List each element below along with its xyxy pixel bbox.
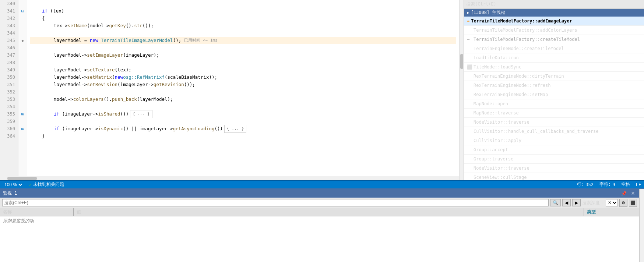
call-stack-item-0[interactable]: ⇒ TerrainTileModelFactory::addImageLayer [464,17,644,26]
item-name-7: RexTerrainEngineNode::refresh [474,82,551,89]
call-stack-item-4[interactable]: LoadTileData::run [464,53,644,63]
call-stack-list[interactable]: ⇒ TerrainTileModelFactory::addImageLayer… [464,17,644,180]
thread-label: [13008] 主线程 [471,10,506,16]
gal: getAsyncLoading [173,125,215,132]
call-stack-item-7[interactable]: RexTerrainEngineNode::refresh [464,81,644,90]
code-line-341: if (tex) [30,7,456,15]
watch-scrollbar[interactable] [640,189,644,262]
watch-pin-button[interactable]: 📌 [620,191,628,196]
row-status: 行: 352 [577,181,594,188]
ln-346: 346 [3,44,15,52]
eol-label: LF [636,182,641,187]
p3: ()); [142,22,154,29]
call-stack-item-5[interactable]: ⬜ TileNode::loadSync [464,63,644,72]
bottom-scrollbar[interactable] [0,176,459,180]
cp1: ()) [120,110,129,118]
watch-close-button[interactable]: ✕ [630,191,636,196]
lm5: layerModel-> [54,81,87,88]
collapsed-block-2[interactable]: { ... } [224,125,246,133]
space-label: 空格 [621,181,630,188]
item-name-17: SceneView::cullStage [474,174,527,180]
editor-scrollbar[interactable] [459,0,464,180]
code-line-350: layerModel->setMatrix(new osg::RefMatrix… [30,74,456,81]
watch-expand-button[interactable]: ⬛ [629,199,637,207]
call-stack-item-12[interactable]: CullVisitor::handle_cull_callbacks_and_t… [464,127,644,136]
ln-352: 352 [3,88,15,96]
depth-label: 搜索深度： [582,200,604,206]
p2: (). [126,22,134,29]
watch-search-input[interactable] [2,199,549,206]
ln-343: 343 [3,22,15,29]
depth-select[interactable]: 3 1 2 4 5 [606,199,618,206]
watch-prev-button[interactable]: ◀ [562,199,571,206]
code-line-349: layerModel->setTexture(tex); [30,66,456,74]
space-status: 空格 [621,181,630,188]
item-name-15: Group::traverse [474,155,513,163]
watch-header: 监视 1 📌 ✕ [0,189,639,198]
ln-360: 360 [3,125,15,132]
gc-360: ⊞ [21,125,24,132]
call-stack-item-2[interactable]: – TerrainTileModelFactory::createTileMod… [464,35,644,44]
ln-341: 341 [3,7,15,15]
getKey: getKey [109,22,126,29]
call-stack-item-9[interactable]: MapNode::open [464,99,644,109]
zoom-select[interactable]: 100 % 75 % 125 % [3,182,23,188]
lm4: layerModel-> [54,74,87,81]
watch-columns: 名称 值 类型 [0,208,639,216]
code-line-359 [30,118,456,125]
watch-format-button[interactable]: ⚙ [619,199,627,207]
code-line-364: } [30,132,456,140]
call-stack-item-16[interactable]: NodeVisitor::traverse [464,164,644,173]
item-name-14: Group::accept [474,146,508,153]
zoom-control[interactable]: 100 % 75 % 125 % [3,182,23,188]
editor-panel: 340 341 342 343 344 345 346 347 348 349 … [0,0,464,180]
watch-next-button[interactable]: ▶ [572,199,581,206]
code-line-344 [30,29,456,37]
code-line-360: if (imageLayer->isDynamic() || imageLaye… [30,125,456,132]
p9: ()); [184,81,195,88]
col-status: 字符: 9 [599,181,615,188]
col-value: 9 [612,182,615,187]
kw-if: if [42,7,47,15]
item-name-16: NodeVisitor::traverse [474,164,529,172]
call-stack-item-10[interactable]: MapNode::traverse [464,109,644,118]
cond1: (imageLayer-> [59,110,98,118]
kw-if2: if [54,110,59,118]
tex: tex-> [54,22,68,29]
collapsed-block-1[interactable]: { ... } [130,110,152,118]
watch-search-button[interactable]: 🔍 [550,199,561,206]
type-name: TerrainTileImageLayerModel [101,37,173,44]
call-stack-item-13[interactable]: CullVisitor::apply [464,136,644,145]
code-line-353: model->colorLayers().push_back(layerMode… [30,96,456,103]
ln-353: 353 [3,96,15,103]
item-name-2: TerrainTileModelFactory::createTileModel [474,36,580,43]
call-stack-item-14[interactable]: Group::accept [464,145,644,155]
ln-342: 342 [3,15,15,22]
item-name-1: TerrainTileModelFactory::addColorLayers [474,26,577,34]
call-stack-item-1[interactable]: TerrainTileModelFactory::addColorLayers [464,26,644,35]
watch-col-value: 值 [74,208,584,216]
item-name-13: CullVisitor::apply [474,137,521,144]
ln-344: 344 [3,29,15,37]
bottom-scrollbar-thumb[interactable] [7,177,37,180]
call-stack-item-15[interactable]: Group::traverse [464,155,644,164]
item-name-6: RexTerrainEngineNode::dirtyTerrain [474,72,564,80]
call-stack-item-3[interactable]: TerrainEngineNode::createTileModel [464,44,644,53]
ln-348: 348 [3,59,15,66]
col-label: 字符: [599,181,611,188]
sil: setImageLayer [87,52,123,59]
main-container: 340 341 342 343 344 345 346 347 348 349 … [0,0,644,262]
str: str [134,22,142,29]
editor-scrollbar-thumb[interactable] [460,54,463,69]
call-stack-item-6[interactable]: RexTerrainEngineNode::dirtyTerrain [464,72,644,81]
p11: (layerModel); [137,96,173,103]
plain: (tex) [47,7,64,15]
p6: ( [112,74,115,81]
watch-add-item[interactable]: 添加要监视的项 [0,216,639,226]
call-stack-item-17[interactable]: SceneView::cullStage [464,173,644,180]
sp [98,37,101,44]
call-stack-item-11[interactable]: NodeVisitor::traverse [464,118,644,127]
code-lines: if (tex) { tex->setName(model->getKey().… [27,0,459,176]
top-section: 340 341 342 343 344 345 346 347 348 349 … [0,0,644,180]
call-stack-item-8[interactable]: RexTerrainEngineNode::setMap [464,90,644,99]
